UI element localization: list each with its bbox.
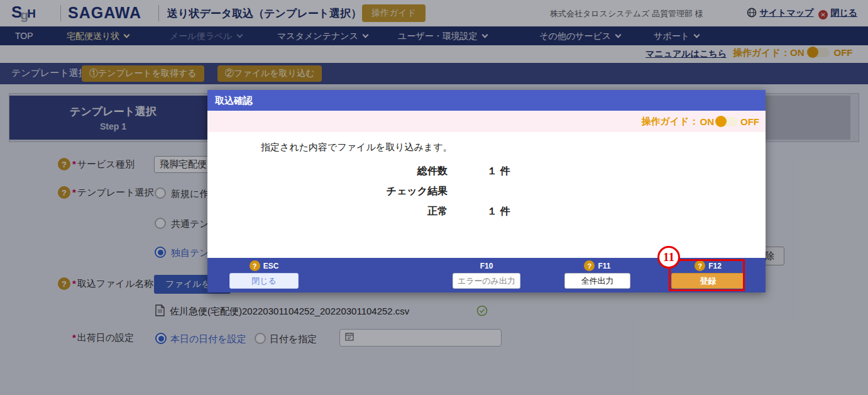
guide-toggle-off-label: OFF xyxy=(740,116,759,127)
stat-row-total: 総件数 １ 件 xyxy=(207,165,766,178)
guide-toggle-on-label: ON xyxy=(700,116,715,127)
shortcut-key-label: ?F11 xyxy=(564,260,630,271)
annotation-highlight-rect xyxy=(669,259,745,291)
stat-row-normal: 正常 １ 件 xyxy=(207,205,766,218)
shortcut-key-label: F10 xyxy=(453,260,520,271)
dialog-guide-row: 操作ガイド：ON OFF xyxy=(207,111,766,132)
footer-group-esc: ?ESC 閉じる xyxy=(229,260,299,289)
footer-group-f10: F10 エラーのみ出力 xyxy=(453,260,520,289)
toggle-knob[interactable] xyxy=(715,116,727,127)
stat-value: １ 件 xyxy=(487,165,510,178)
dialog-message: 指定された内容でファイルを取り込みます。 xyxy=(261,142,453,153)
annotation-step-number: 11 xyxy=(657,246,680,269)
stat-row-check-result: チェック結果 xyxy=(207,185,766,198)
shortcut-key-label: ?ESC xyxy=(229,260,299,271)
export-all-button[interactable]: 全件出力 xyxy=(564,273,630,289)
import-stats: 総件数 １ 件 チェック結果 正常 １ 件 xyxy=(207,165,766,225)
help-icon[interactable]: ? xyxy=(584,260,595,271)
help-icon[interactable]: ? xyxy=(250,260,260,271)
dialog-body: 指定された内容でファイルを取り込みます。 総件数 １ 件 チェック結果 正常 １… xyxy=(207,132,766,258)
toggle-switch[interactable] xyxy=(717,117,738,126)
dialog-title: 取込確認 xyxy=(207,90,766,111)
stat-label: チェック結果 xyxy=(207,185,448,198)
close-dialog-button[interactable]: 閉じる xyxy=(229,273,299,289)
footer-group-f11: ?F11 全件出力 xyxy=(564,260,630,289)
stat-label: 正常 xyxy=(207,205,448,218)
stat-label: 総件数 xyxy=(207,165,448,178)
stat-value: １ 件 xyxy=(487,205,510,218)
export-errors-button[interactable]: エラーのみ出力 xyxy=(453,273,520,289)
guide-toggle-label: 操作ガイド： xyxy=(641,116,698,128)
